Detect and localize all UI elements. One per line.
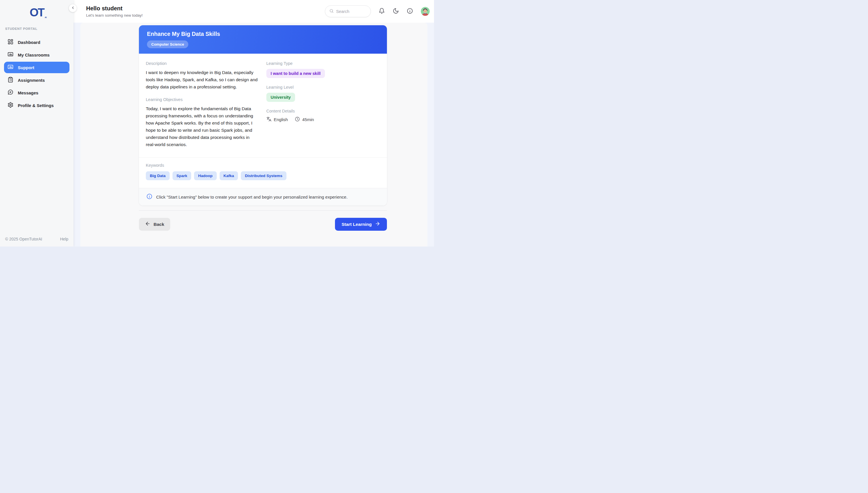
actions-divider <box>139 210 387 211</box>
learning-level-label: Learning Level <box>267 85 380 89</box>
help-link[interactable]: Help <box>60 237 68 241</box>
logo-ai-suffix: AI <box>45 16 47 18</box>
info-circle-icon <box>146 193 152 200</box>
language-value: English <box>274 117 288 122</box>
learning-type-label: Learning Type <box>267 61 380 66</box>
app-window: OT AI STUDENT PORTAL Dashboard My Classr… <box>0 0 434 246</box>
keyword-tag: Big Data <box>146 171 170 180</box>
opentutorai-logo[interactable]: OT AI <box>29 6 44 19</box>
duration-value: 45min <box>302 117 314 122</box>
info-circle-icon <box>407 8 413 15</box>
sidebar-item-profile-settings[interactable]: Profile & Settings <box>4 100 69 111</box>
actions-row: Back Start Learning <box>139 218 387 231</box>
search-icon <box>329 8 334 14</box>
chat-bubble-icon <box>7 89 14 96</box>
sidebar-item-label: Messages <box>18 90 39 95</box>
top-header: Hello student Let's learn something new … <box>73 0 434 23</box>
keyword-tag: Hadoop <box>194 171 216 180</box>
right-column: Learning Type I want to build a new skil… <box>267 61 380 148</box>
clipboard-icon <box>7 77 14 84</box>
back-button[interactable]: Back <box>139 218 170 231</box>
bell-icon <box>379 8 385 15</box>
support-title: Enhance My Big Data Skills <box>147 31 379 37</box>
moon-icon <box>393 8 399 15</box>
keywords-label: Keywords <box>146 163 380 168</box>
description-text: I want to deepen my knowledge in Big Dat… <box>146 69 259 90</box>
keyword-tag: Kafka <box>219 171 238 180</box>
user-avatar[interactable] <box>421 7 430 16</box>
sidebar-item-label: Dashboard <box>18 40 40 45</box>
translate-icon <box>267 116 272 123</box>
keyword-tag: Distributed Systems <box>241 171 287 180</box>
keyword-tag: Spark <box>172 171 191 180</box>
page-subtitle: Let's learn something new today! <box>86 13 143 18</box>
content-details-row: English 45min <box>267 116 380 123</box>
logo-wrap: OT AI <box>0 0 73 21</box>
copyright-text: © 2025 OpenTutorAI <box>5 237 42 241</box>
card-note: Click "Start Learning" below to create y… <box>139 188 387 206</box>
arrow-right-icon <box>375 221 380 228</box>
learning-level-badge: University <box>267 93 295 102</box>
language-item: English <box>267 116 288 123</box>
clock-icon <box>295 116 300 123</box>
left-column: Description I want to deepen my knowledg… <box>146 61 259 148</box>
chevron-left-icon <box>71 6 75 10</box>
header-titles: Hello student Let's learn something new … <box>86 5 143 18</box>
card-body: Description I want to deepen my knowledg… <box>139 53 387 157</box>
sidebar-item-my-classrooms[interactable]: My Classrooms <box>4 49 69 61</box>
sidebar-footer: © 2025 OpenTutorAI Help <box>0 237 73 246</box>
sidebar-item-label: Support <box>18 65 35 70</box>
arrow-left-icon <box>145 221 150 228</box>
start-learning-button[interactable]: Start Learning <box>335 218 387 231</box>
start-learning-label: Start Learning <box>342 222 372 227</box>
sidebar-collapse-button[interactable] <box>69 4 77 12</box>
learning-type-badge: I want to build a new skill <box>267 69 325 78</box>
dark-mode-toggle[interactable] <box>393 8 399 15</box>
sidebar-item-label: Profile & Settings <box>18 103 54 108</box>
gear-icon <box>7 102 14 109</box>
dashboard-icon <box>7 39 14 46</box>
content-details-label: Content Details <box>267 109 380 113</box>
search-box[interactable] <box>325 5 371 17</box>
sidebar-item-label: Assignments <box>18 78 45 83</box>
sidebar-section-label: STUDENT PORTAL <box>0 27 73 30</box>
objectives-label: Learning Objectives <box>146 97 259 102</box>
sidebar-nav: Dashboard My Classrooms Support Assignme… <box>0 37 73 111</box>
classroom-icon <box>7 51 14 58</box>
support-detail-content: Enhance My Big Data Skills Computer Scie… <box>139 25 387 231</box>
sidebar-item-messages[interactable]: Messages <box>4 87 69 99</box>
sidebar: OT AI STUDENT PORTAL Dashboard My Classr… <box>0 0 73 246</box>
logo-text: OT <box>29 6 44 19</box>
note-text: Click "Start Learning" below to create y… <box>156 195 347 199</box>
support-summary-card: Enhance My Big Data Skills Computer Scie… <box>139 25 387 206</box>
search-input[interactable] <box>336 9 366 14</box>
classroom-icon <box>7 64 14 71</box>
sidebar-item-support[interactable]: Support <box>4 62 69 73</box>
sidebar-item-label: My Classrooms <box>18 52 50 57</box>
info-button[interactable] <box>407 8 413 15</box>
category-badge: Computer Science <box>147 40 188 48</box>
keywords-section: Keywords Big Data Spark Hadoop Kafka Dis… <box>139 157 387 188</box>
description-label: Description <box>146 61 259 66</box>
sidebar-item-assignments[interactable]: Assignments <box>4 74 69 86</box>
header-actions <box>325 5 430 17</box>
card-header: Enhance My Big Data Skills Computer Scie… <box>139 25 387 53</box>
duration-item: 45min <box>295 116 314 123</box>
keywords-row: Big Data Spark Hadoop Kafka Distributed … <box>146 171 380 180</box>
objectives-text: Today, I want to explore the fundamental… <box>146 105 259 148</box>
notifications-button[interactable] <box>379 8 385 15</box>
sidebar-item-dashboard[interactable]: Dashboard <box>4 37 69 48</box>
page-title: Hello student <box>86 5 143 12</box>
back-button-label: Back <box>153 222 164 227</box>
